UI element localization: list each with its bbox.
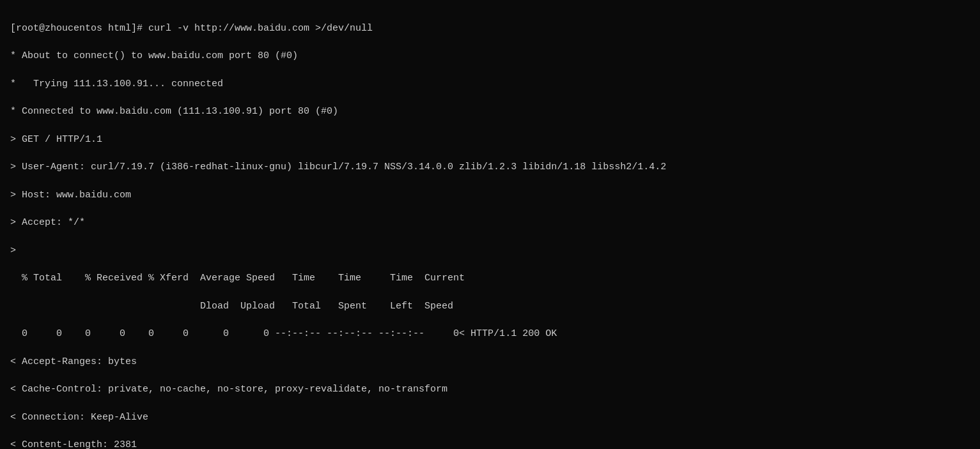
terminal-line: > Accept: */* xyxy=(10,216,970,230)
terminal-line: * Connected to www.baidu.com (111.13.100… xyxy=(10,105,970,119)
terminal-line: * About to connect() to www.baidu.com po… xyxy=(10,49,970,63)
terminal-line: < Connection: Keep-Alive xyxy=(10,411,970,425)
terminal-line: < Accept-Ranges: bytes xyxy=(10,355,970,369)
terminal-line: > User-Agent: curl/7.19.7 (i386-redhat-l… xyxy=(10,160,970,174)
terminal-line: 0 0 0 0 0 0 0 0 --:--:-- --:--:-- --:--:… xyxy=(10,327,970,341)
terminal-line: * Trying 111.13.100.91... connected xyxy=(10,77,970,91)
terminal-line: > Host: www.baidu.com xyxy=(10,188,970,202)
terminal-line: Dload Upload Total Spent Left Speed xyxy=(10,300,970,314)
terminal-line: < Content-Length: 2381 xyxy=(10,438,970,449)
terminal-line: < Cache-Control: private, no-cache, no-s… xyxy=(10,383,970,397)
terminal-output: [root@zhoucentos html]# curl -v http://w… xyxy=(10,8,970,449)
terminal-line: % Total % Received % Xferd Average Speed… xyxy=(10,271,970,285)
terminal-line: > GET / HTTP/1.1 xyxy=(10,133,970,147)
terminal-line: [root@zhoucentos html]# curl -v http://w… xyxy=(10,22,970,36)
terminal-line: > xyxy=(10,244,970,258)
